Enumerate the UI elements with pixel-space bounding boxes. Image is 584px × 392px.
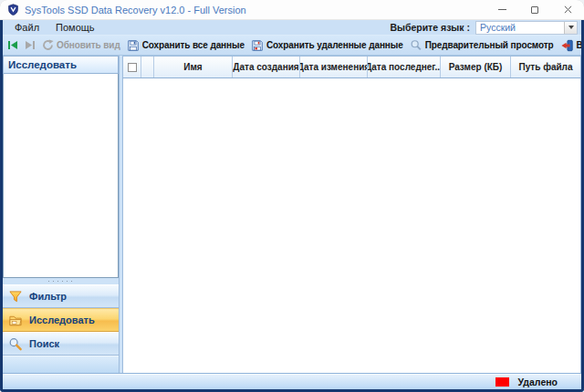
language-dropdown-button[interactable] [564,22,577,34]
menu-bar: Файл Помощь Выберите язык : Русский [3,20,581,36]
exit-label: Выход [577,40,581,50]
sidebar-splitter[interactable] [3,278,119,284]
main-area: Исследовать Фильтр [3,56,581,374]
exit-door-icon [560,39,574,52]
splitter-grip-icon [47,280,76,283]
search-icon [8,337,23,351]
deleted-legend-label: Удалено [517,377,558,387]
sidebar-item-search[interactable]: Поиск [3,332,119,356]
window-title: SysTools SSD Data Recovery v12.0 - Full … [25,5,246,15]
save-all-label: Сохранить все данные [142,40,245,50]
refresh-icon [42,39,54,51]
column-header-path[interactable]: Путь файла [511,57,580,77]
preview-button[interactable]: Предварительный просмотр [408,38,556,53]
save-deleted-floppy-icon [251,39,264,52]
column-header-size[interactable]: Размер (КБ) [441,57,511,77]
explorer-tree[interactable] [3,74,119,278]
folder-icon [8,314,23,327]
preview-label: Предварительный просмотр [425,40,554,50]
deleted-legend-swatch [495,377,509,387]
minimize-icon [498,9,506,10]
language-dropdown[interactable]: Русский [475,21,578,35]
column-header-name[interactable]: Имя [154,57,233,77]
refresh-view-label: Обновить вид [57,40,120,50]
save-all-button[interactable]: Сохранить все данные [125,38,246,53]
save-deleted-button[interactable]: Сохранить удаленные данные [249,38,405,53]
go-first-button[interactable] [5,39,20,51]
sidebar-item-filter[interactable]: Фильтр [3,284,119,308]
column-header-date-modified[interactable]: Дата изменения [300,57,368,77]
close-button[interactable] [551,0,584,19]
minimize-button[interactable] [485,0,518,19]
app-logo-shield-icon [7,4,19,15]
language-selected-value: Русский [476,22,564,33]
app-frame: Файл Помощь Выберите язык : Русский [0,20,584,392]
toolbar: Обновить вид Сохранить все данные [3,36,581,56]
title-bar[interactable]: SysTools SSD Data Recovery v12.0 - Full … [0,0,584,20]
go-last-button[interactable] [23,39,37,51]
sidebar: Исследовать Фильтр [3,56,120,374]
sidebar-item-label: Исследовать [29,315,95,325]
maximize-button[interactable] [518,0,551,19]
column-header-date-accessed[interactable]: Дата последнег... [368,57,441,77]
refresh-view-button[interactable]: Обновить вид [40,38,122,52]
close-icon [564,5,572,14]
table-header-row: Имя Дата создания Дата изменения Дата по… [122,56,581,78]
sidebar-footer [3,356,119,374]
sidebar-header: Исследовать [3,56,119,74]
go-first-icon [7,40,18,50]
sidebar-item-explore[interactable]: Исследовать [3,308,119,332]
save-floppy-icon [127,39,140,52]
sidebar-item-label: Фильтр [29,291,67,302]
select-all-header[interactable] [123,57,141,77]
chevron-down-icon [568,26,574,29]
sidebar-item-label: Поиск [29,338,59,349]
preview-magnifier-icon [410,39,422,52]
column-header-date-created[interactable]: Дата создания [233,57,300,77]
language-label: Выберите язык : [390,22,470,33]
table-body-empty [122,78,581,374]
menu-help[interactable]: Помощь [47,20,103,35]
save-deleted-label: Сохранить удаленные данные [266,40,403,50]
go-last-icon [25,40,36,50]
file-table: Имя Дата создания Дата изменения Дата по… [122,56,581,374]
exit-button[interactable]: Выход [558,38,581,53]
select-all-checkbox[interactable] [128,63,137,72]
status-bar: Удалено [3,374,581,389]
maximize-icon [531,6,538,14]
column-header-icon[interactable] [141,57,154,77]
app-window: SysTools SSD Data Recovery v12.0 - Full … [0,0,584,392]
filter-icon [8,290,23,304]
menu-file[interactable]: Файл [6,20,47,35]
